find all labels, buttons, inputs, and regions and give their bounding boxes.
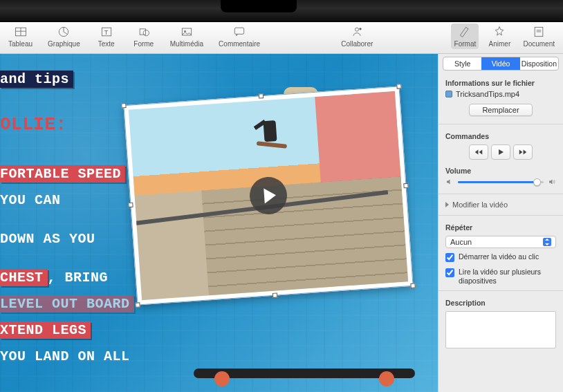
shape-icon [136,25,151,39]
video-object[interactable] [123,86,413,305]
edit-video-disclosure[interactable]: Modifier la vidéo [439,196,563,213]
checkbox-start-on-click[interactable]: Démarrer la vidéo au clic [439,250,563,265]
media-icon [179,25,194,39]
description-label: Description [439,293,563,310]
svg-rect-6 [140,29,145,35]
slide-text-line8: YOU LAND ON ALL [0,348,134,365]
inspector-tabs: Style Vidéo Disposition [443,57,559,71]
checkbox-input[interactable] [445,268,454,277]
svg-text:T: T [104,29,108,36]
comment-icon [232,25,247,39]
repeat-popup[interactable]: Aucun [445,236,556,248]
svg-point-11 [356,28,359,31]
tab-disposition[interactable]: Disposition [520,57,558,70]
description-textarea[interactable] [445,311,556,348]
slide-canvas[interactable]: and tips OLLIE: FORTABLE SPEED YOU CAN D… [0,54,438,392]
popup-arrows-icon [543,238,551,246]
toolbar-media-button[interactable]: Multimédia [167,24,206,49]
slide-text-line5b: , BRING [48,269,113,286]
forward-icon [518,147,528,157]
slide-text-line6: LEVEL OUT BOARD [0,295,134,312]
toolbar-format-label: Format [454,40,477,48]
toolbar-document-label: Document [523,40,555,48]
document-icon [531,25,546,39]
toolbar-table-button[interactable]: Tableau [6,24,35,49]
edit-video-label: Modifier la vidéo [452,200,508,209]
toolbar-shape-button[interactable]: Forme [130,24,158,49]
volume-low-icon [445,178,454,186]
toolbar-chart-label: Graphique [48,40,80,48]
checkbox-play-across-slides[interactable]: Lire la vidéo sur plusieurs diapositives [439,265,563,288]
filename: TricksandTips.mp4 [456,90,519,98]
toolbar-chart-button[interactable]: Graphique [45,24,83,49]
fileinfo-label: Informations sur le fichier [439,73,563,90]
play-icon [496,147,506,157]
checkbox-input[interactable] [445,253,454,262]
selection-handle[interactable] [410,283,415,288]
toolbar-animate-button[interactable]: Animer [486,24,513,49]
commands-label: Commandes [439,127,563,143]
slide-text-line5a: CHEST [0,269,48,286]
svg-point-12 [360,28,362,30]
slide-text-line7: XTEND LEGS [0,321,91,339]
toolbar-text-label: Texte [98,40,115,48]
rewind-icon [474,147,483,157]
chart-icon [56,25,71,39]
toolbar-media-label: Multimédia [170,40,203,48]
selection-handle[interactable] [396,84,401,88]
volume-high-icon [548,178,556,186]
tab-video[interactable]: Vidéo [481,57,519,70]
toolbar-document-button[interactable]: Document [520,24,557,49]
toolbar-collaborate-label: Collaborer [341,40,373,48]
replace-button[interactable]: Remplacer [469,104,532,116]
format-inspector: Style Vidéo Disposition Informations sur… [438,54,563,392]
toolbar: Tableau Graphique T Texte Forme Multiméd… [0,22,563,54]
toolbar-comment-label: Commentaire [219,40,260,48]
slide-text-line1: and tips [0,71,73,88]
toolbar-animate-label: Animer [489,40,511,48]
toolbar-text-button[interactable]: T Texte [93,24,120,49]
table-icon [13,25,28,39]
forward-button[interactable] [513,144,533,160]
slide-text-line4: DOWN AS YOU [0,230,100,248]
selection-handle[interactable] [259,93,264,98]
svg-rect-8 [182,28,191,35]
repeat-value: Aucun [450,238,472,246]
volume-slider[interactable] [458,181,544,183]
svg-rect-14 [537,30,542,32]
selection-handle[interactable] [128,203,133,207]
file-thumb-icon [445,91,452,97]
rewind-button[interactable] [469,144,488,160]
toolbar-comment-button[interactable]: Commentaire [216,24,263,49]
selection-handle[interactable] [121,103,126,108]
repeat-label: Répéter [439,218,563,234]
slide-text-line3b: YOU CAN [0,192,65,209]
bg-skateboard-graphic [194,364,415,385]
selection-handle[interactable] [135,302,140,307]
checkbox-multi-label: Lire la vidéo sur plusieurs diapositives [459,268,556,286]
collaborate-icon [349,25,364,39]
svg-point-7 [143,30,149,36]
toolbar-table-label: Tableau [8,40,33,48]
animate-icon [492,25,507,39]
slide-text-block: and tips OLLIE: FORTABLE SPEED YOU CAN D… [0,66,134,370]
text-icon: T [99,25,114,39]
toolbar-shape-label: Forme [133,40,154,48]
svg-rect-10 [234,28,243,34]
play-button[interactable] [491,144,510,160]
toolbar-collaborate-button[interactable]: Collaborer [338,24,376,49]
toolbar-format-button[interactable]: Format [451,24,479,49]
svg-point-9 [184,30,186,32]
volume-label: Volume [439,165,563,178]
format-icon [457,25,472,39]
slide-text-line2: OLLIE: [0,113,71,136]
checkbox-start-label: Démarrer la vidéo au clic [459,252,539,261]
tab-style[interactable]: Style [443,57,481,70]
slide-text-line3a: FORTABLE SPEED [0,165,125,183]
selection-handle[interactable] [403,183,408,188]
chevron-right-icon [445,202,449,207]
selection-handle[interactable] [273,292,277,297]
